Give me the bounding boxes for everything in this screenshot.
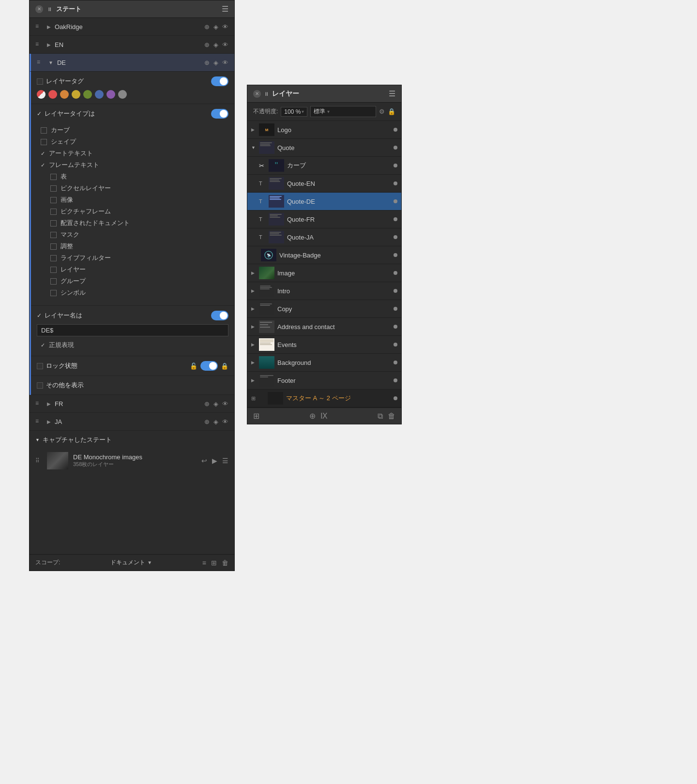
menu-icon[interactable]: ☰ [222, 4, 228, 14]
visibility-icon[interactable]: 👁 [222, 41, 228, 48]
layer-row-image[interactable]: ▶ Image [247, 264, 401, 282]
checkbox[interactable] [50, 220, 57, 226]
close-button[interactable]: ✕ [35, 5, 43, 13]
expand-arrow[interactable]: ▶ [251, 271, 256, 275]
layer-name-input[interactable] [37, 324, 228, 336]
expand-arrow[interactable]: ▶ [251, 127, 256, 132]
target-icon[interactable]: ⊕ [204, 41, 210, 48]
scope-icon-3[interactable]: 🗑 [222, 559, 228, 567]
checkbox[interactable] [50, 185, 57, 192]
show-others-checkbox[interactable] [37, 382, 43, 389]
regex-checkbox[interactable]: ✓ 正規表現 [37, 339, 228, 351]
gear-icon[interactable]: ⚙ [379, 108, 385, 115]
layer-type-item-pixel[interactable]: ピクセルレイヤー [37, 182, 228, 194]
layer-row-quote[interactable]: ▼ Quote [247, 139, 401, 157]
layer-type-item-symbol[interactable]: シンボル [37, 287, 228, 299]
more-icon[interactable]: ☰ [222, 457, 228, 465]
layer-row-quote-de[interactable]: T Quote-DE [247, 193, 401, 211]
layer-type-item-curve[interactable]: カーブ [37, 124, 228, 136]
layer-row-intro[interactable]: ▶ Intro [247, 282, 401, 300]
layer-tag-toggle[interactable] [211, 76, 228, 86]
checkbox[interactable] [50, 232, 57, 238]
visibility-icon[interactable]: 👁 [222, 418, 228, 425]
lock-checkbox[interactable] [37, 363, 43, 369]
duplicate-icon[interactable]: ⧉ [378, 412, 383, 421]
layer-row-quote-fr[interactable]: T Quote-FR [247, 211, 401, 228]
color-dot-green[interactable] [83, 90, 92, 99]
visibility-icon[interactable]: 👁 [222, 400, 228, 407]
expand-arrow[interactable]: ▶ [251, 288, 256, 293]
color-dot-red[interactable] [48, 90, 57, 99]
checkbox[interactable] [50, 209, 57, 215]
layer-type-item-mask[interactable]: マスク [37, 229, 228, 241]
expand-arrow[interactable]: ▶ [47, 401, 51, 407]
checkbox[interactable] [50, 278, 57, 285]
visibility-icon[interactable]: 👁 [222, 59, 228, 66]
layer-row-master[interactable]: ⊞ マスター A ～ 2 ページ [247, 390, 401, 407]
layer-row-quote-en[interactable]: T Quote-EN [247, 175, 401, 193]
state-row-de[interactable]: ≡ ▼ DE ⊕ ◈ 👁 [30, 54, 234, 72]
checkbox[interactable] [50, 290, 57, 296]
blend-mode-select[interactable]: 標準 ▾ [310, 106, 376, 117]
pause-button[interactable]: ⏸ [264, 91, 269, 97]
target-icon[interactable]: ⊕ [204, 23, 210, 30]
layer-row-footer[interactable]: ▶ Footer [247, 372, 401, 390]
expand-arrow[interactable]: ▼ [35, 437, 40, 442]
layer-type-toggle[interactable] [211, 109, 228, 119]
chevron-down-icon[interactable]: ▼ [147, 560, 152, 565]
layer-row-quote-ja[interactable]: T Quote-JA [247, 228, 401, 246]
opacity-input[interactable]: 100 % ▾ [281, 107, 307, 117]
tag-checkbox[interactable] [37, 78, 43, 85]
layer-row-curve[interactable]: ✂ " カーブ [247, 157, 401, 175]
checkbox[interactable] [50, 174, 57, 180]
checkbox[interactable] [50, 255, 57, 261]
color-dot-gray[interactable] [118, 90, 127, 99]
layer-type-item-layer[interactable]: レイヤー [37, 264, 228, 275]
checkbox[interactable] [41, 127, 47, 134]
layer-type-item-arttext[interactable]: ✓ アートテキスト [37, 148, 228, 159]
new-group-icon[interactable]: ⊞ [253, 411, 259, 421]
checkbox[interactable] [50, 243, 57, 250]
layer-row-events[interactable]: ▶ Events [247, 336, 401, 354]
filter-icon[interactable]: ◈ [213, 59, 218, 66]
undo-icon[interactable]: ↩ [201, 457, 207, 465]
color-dot-none[interactable] [37, 90, 45, 99]
fx-icon[interactable]: Ⅸ [320, 411, 328, 421]
state-row-ja[interactable]: ≡ ▶ JA ⊕ ◈ 👁 [30, 413, 234, 431]
target-icon[interactable]: ⊕ [204, 418, 210, 425]
color-dot-orange[interactable] [60, 90, 69, 99]
layer-type-item-shape[interactable]: シェイプ [37, 136, 228, 148]
close-button[interactable]: ✕ [253, 90, 261, 98]
add-layer-icon[interactable]: ⊕ [309, 411, 316, 421]
filter-icon[interactable]: ◈ [213, 23, 218, 30]
layer-type-item-frametext[interactable]: ✓ フレームテキスト [37, 159, 228, 171]
layer-row-address[interactable]: ▶ Address and contact [247, 318, 401, 336]
expand-arrow[interactable]: ▶ [251, 324, 256, 329]
pause-button[interactable]: ⏸ [47, 6, 52, 12]
target-icon[interactable]: ⊕ [204, 400, 210, 407]
expand-arrow[interactable]: ▶ [251, 360, 256, 365]
expand-arrow[interactable]: ▼ [251, 145, 256, 150]
scope-icon-1[interactable]: ≡ [202, 559, 206, 567]
color-dot-purple[interactable] [106, 90, 115, 99]
expand-arrow[interactable]: ▶ [251, 306, 256, 311]
layer-row-vintage-badge[interactable]: 📡 Vintage-Badge [247, 246, 401, 264]
filter-icon[interactable]: ◈ [213, 400, 218, 407]
lock-toggle[interactable] [200, 361, 218, 371]
visibility-icon[interactable]: 👁 [222, 23, 228, 30]
layer-row-copy[interactable]: ▶ Copy [247, 300, 401, 318]
color-dot-blue[interactable] [95, 90, 104, 99]
layer-type-item-placed[interactable]: 配置されたドキュメント [37, 217, 228, 229]
play-icon[interactable]: ▶ [212, 457, 217, 465]
drag-handle[interactable]: ⠿ [35, 457, 42, 464]
layer-row-logo[interactable]: ▶ M Logo [247, 121, 401, 139]
state-row-fr[interactable]: ≡ ▶ FR ⊕ ◈ 👁 [30, 395, 234, 413]
layer-row-background[interactable]: ▶ Background [247, 354, 401, 372]
expand-arrow[interactable]: ▶ [47, 419, 51, 424]
filter-icon[interactable]: ◈ [213, 418, 218, 425]
layer-type-item-table[interactable]: 表 [37, 171, 228, 182]
checkbox[interactable] [50, 267, 57, 273]
layer-type-item-livefilter[interactable]: ライブフィルター [37, 252, 228, 264]
checkbox[interactable] [41, 139, 47, 145]
state-row-en[interactable]: ≡ ▶ EN ⊕ ◈ 👁 [30, 36, 234, 54]
